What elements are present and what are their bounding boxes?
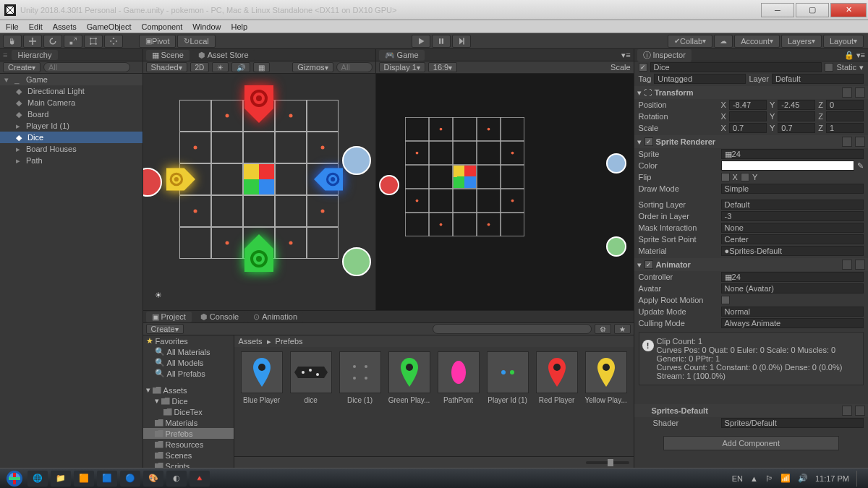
shader-dropdown[interactable]: Sprites/Default	[721, 418, 864, 428]
help-icon[interactable]	[842, 406, 852, 416]
menu-component[interactable]: Component	[141, 22, 182, 31]
avatar-field[interactable]: None (Avatar)	[721, 283, 864, 294]
panel-menu-icon[interactable]: ▾≡	[621, 51, 630, 60]
scene-tab[interactable]: ▦ Scene	[146, 50, 190, 61]
eyedropper-icon[interactable]: ✎	[857, 161, 864, 171]
sprite-sort-point[interactable]: Center	[721, 234, 864, 244]
maximize-button[interactable]: ▢	[796, 3, 829, 17]
display-dropdown[interactable]: Display 1 ▾	[379, 62, 425, 72]
assets-folder[interactable]: ▾Assets	[143, 385, 234, 395]
flip-y[interactable]	[741, 173, 749, 181]
rot-z[interactable]	[826, 111, 864, 121]
pos-z[interactable]: 0	[826, 100, 864, 110]
scale-x[interactable]: 0.7	[729, 123, 767, 133]
gear-icon[interactable]	[855, 87, 865, 98]
console-tab[interactable]: ⬢ Console	[195, 312, 244, 322]
rot-y[interactable]	[778, 111, 815, 121]
help-icon[interactable]	[842, 137, 852, 147]
scene-search[interactable]	[336, 62, 373, 72]
taskbar-app[interactable]: 🟧	[74, 471, 94, 487]
2d-toggle[interactable]: 2D	[190, 62, 210, 72]
help-icon[interactable]	[842, 87, 852, 98]
layout-dropdown[interactable]: Layout ▾	[823, 35, 864, 48]
audio-toggle[interactable]: 🔊	[231, 62, 250, 72]
menu-file[interactable]: File	[6, 22, 19, 31]
project-filter-icon[interactable]: ⚙	[595, 324, 611, 334]
asset-item[interactable]: Blue Player	[239, 351, 285, 452]
object-name-field[interactable]: Dice	[650, 62, 822, 72]
hierarchy-item[interactable]: ▸Board Houses	[0, 143, 142, 155]
sorting-layer[interactable]: Default	[721, 200, 864, 210]
update-mode[interactable]: Normal	[721, 307, 864, 317]
rotate-tool[interactable]	[43, 35, 62, 48]
gear-icon[interactable]	[855, 260, 865, 270]
tray-clock[interactable]: 11:17 PM	[815, 474, 849, 483]
drag-icon[interactable]: ≡	[3, 51, 7, 59]
breadcrumb-item[interactable]: Prefebs	[276, 337, 303, 346]
collab-dropdown[interactable]: ✔ Collab ▾	[668, 35, 712, 48]
asset-item[interactable]: dice	[288, 351, 334, 452]
taskbar-app[interactable]: 🟦	[97, 471, 117, 487]
menu-help[interactable]: Help	[231, 22, 247, 31]
scene-root[interactable]: ▾⎯Game	[0, 74, 142, 85]
tray-flag-icon[interactable]: 🏳	[765, 474, 773, 483]
inspector-tab[interactable]: ⓘ Inspector	[637, 49, 692, 61]
asset-item[interactable]: PathPont	[435, 351, 482, 452]
order-in-layer[interactable]: -3	[721, 211, 864, 221]
aspect-dropdown[interactable]: 16:9 ▾	[428, 62, 457, 72]
game-tab[interactable]: 🎮 Game	[379, 50, 425, 61]
tag-dropdown[interactable]: Untagged	[654, 74, 746, 84]
culling-mode[interactable]: Always Animate	[721, 318, 864, 328]
thumbnail-size-slider[interactable]	[586, 461, 629, 464]
folder-item[interactable]: Resources	[143, 439, 234, 450]
scale-z[interactable]: 1	[826, 123, 864, 133]
hierarchy-item[interactable]: ◆Main Camera	[0, 97, 142, 108]
asset-item[interactable]: Dice (1)	[337, 351, 383, 452]
rot-x[interactable]	[729, 111, 767, 121]
shaded-dropdown[interactable]: Shaded ▾	[146, 62, 187, 72]
scene-viewport[interactable]: ☀	[143, 74, 375, 310]
gear-icon[interactable]	[855, 137, 865, 147]
folder-item-selected[interactable]: Prefebs	[143, 428, 234, 439]
pos-y[interactable]: -2.45	[778, 100, 815, 110]
project-create-dropdown[interactable]: Create ▾	[146, 324, 184, 334]
asset-item[interactable]: Red Player	[534, 351, 580, 452]
layers-dropdown[interactable]: Layers ▾	[781, 35, 822, 48]
tray-flag-icon[interactable]: ▲	[750, 474, 758, 483]
material-header[interactable]: Sprites-Default	[634, 404, 868, 417]
add-component-button[interactable]: Add Component	[663, 436, 839, 450]
mask-interaction[interactable]: None	[721, 223, 864, 233]
asset-item[interactable]: Player Id (1)	[485, 351, 531, 452]
step-button[interactable]	[452, 35, 471, 48]
game-viewport[interactable]	[376, 74, 634, 310]
hierarchy-search[interactable]	[43, 62, 130, 72]
pause-button[interactable]	[432, 35, 451, 48]
taskbar-app[interactable]: 📁	[51, 471, 71, 487]
menu-edit[interactable]: Edit	[29, 22, 43, 31]
transform-tool[interactable]	[104, 35, 123, 48]
draw-mode[interactable]: Simple	[721, 184, 864, 194]
taskbar-app[interactable]: ◐	[166, 471, 187, 487]
pivot-toggle[interactable]: ▣ Pivot	[139, 35, 176, 48]
flip-x[interactable]	[721, 173, 730, 181]
hierarchy-item[interactable]: ◆Board	[0, 108, 142, 120]
layer-dropdown[interactable]: Default	[772, 74, 864, 84]
scale-y[interactable]: 0.7	[778, 123, 815, 133]
language-indicator[interactable]: EN	[732, 474, 743, 483]
tray-volume-icon[interactable]: 🔊	[798, 474, 808, 483]
create-dropdown[interactable]: Create ▾	[3, 62, 41, 72]
material-field[interactable]: ● Sprites-Default	[721, 246, 864, 256]
menu-assets[interactable]: Assets	[53, 22, 77, 31]
project-tab[interactable]: ▣ Project	[146, 312, 192, 322]
breadcrumb-item[interactable]: Assets	[239, 337, 263, 346]
cloud-button[interactable]: ☁	[714, 35, 733, 48]
hand-tool[interactable]	[3, 35, 22, 48]
light-toggle[interactable]: ☀	[212, 62, 229, 72]
hierarchy-item[interactable]: ◆Directional Light	[0, 85, 142, 97]
asset-item[interactable]: Green Play...	[386, 351, 433, 452]
minimize-button[interactable]: ─	[761, 3, 794, 17]
sprite-renderer-header[interactable]: ▾ ✓ Sprite Renderer	[634, 135, 868, 148]
asset-item[interactable]: Yellow Play...	[583, 351, 629, 452]
hierarchy-item[interactable]: ▸Path	[0, 155, 142, 166]
gear-icon[interactable]	[855, 406, 865, 416]
